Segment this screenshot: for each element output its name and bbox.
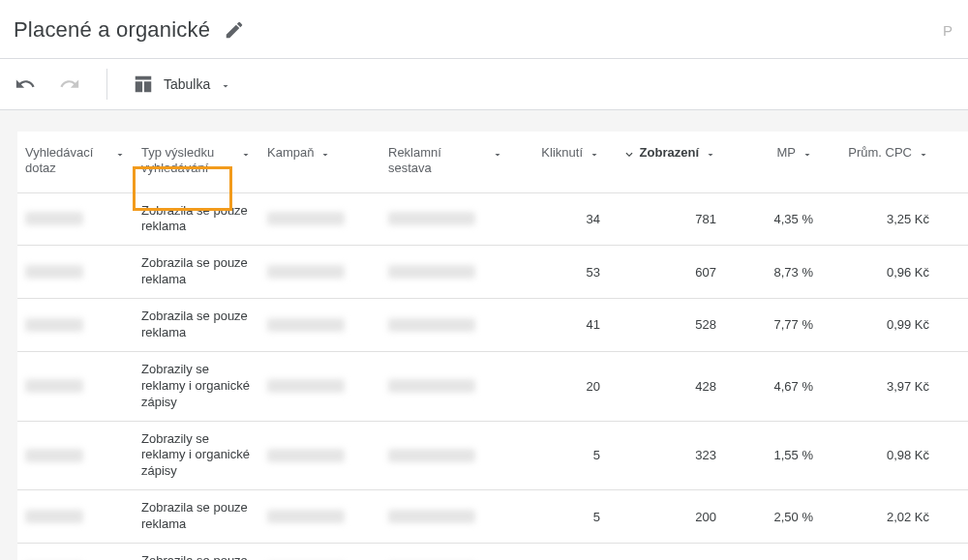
cell-adgroup — [380, 193, 511, 246]
cell-adgroup — [380, 299, 511, 351]
chevron-down-icon — [802, 147, 813, 159]
col-header-clicks[interactable]: Kliknutí — [511, 132, 608, 192]
table-row[interactable]: Zobrazila se pouze reklama415287,77 %0,9… — [17, 299, 968, 352]
cell-campaign — [259, 544, 380, 560]
cell-search-query — [17, 299, 134, 351]
cell-campaign — [259, 422, 380, 490]
cell-search-query — [17, 490, 134, 543]
col-header-mp[interactable]: MP — [724, 132, 821, 192]
cell-result-type: Zobrazila se pouze reklama — [134, 299, 259, 351]
cell-search-query — [17, 352, 134, 421]
content-surface: Vyhledávací dotaz Typ výsledku vyhledává… — [0, 110, 968, 560]
cell-avg-cpc: 0,98 Kč — [821, 422, 937, 490]
cell-mp: 1,55 % — [724, 422, 821, 490]
cell-adgroup — [380, 422, 511, 490]
cell-mp: 1,10 % — [724, 544, 821, 560]
cell-campaign — [259, 246, 380, 298]
cell-impressions: 182 — [608, 544, 724, 560]
cell-search-query — [17, 544, 134, 560]
cell-search-query — [17, 193, 134, 246]
cell-clicks: 5 — [511, 422, 608, 490]
cell-impressions: 528 — [608, 299, 724, 351]
chevron-down-icon — [319, 147, 331, 159]
col-header-avg-cpc[interactable]: Prům. CPC — [821, 132, 937, 192]
col-header-search-query[interactable]: Vyhledávací dotaz — [17, 132, 134, 192]
edit-icon[interactable] — [224, 19, 245, 41]
cell-mp: 4,35 % — [724, 193, 821, 246]
cell-result-type: Zobrazily se reklamy i organické zápisy — [134, 352, 259, 421]
cell-clicks: 2 — [511, 544, 608, 560]
cell-impressions: 607 — [608, 246, 724, 298]
cell-adgroup — [380, 246, 511, 298]
arrow-down-icon — [622, 146, 636, 160]
col-header-result-type[interactable]: Typ výsledku vyhledávání — [134, 132, 259, 192]
chevron-down-icon — [705, 147, 716, 159]
page-header: Placené a organické P — [0, 0, 968, 58]
page-title: Placené a organické — [14, 17, 210, 43]
undo-icon[interactable] — [14, 73, 37, 96]
view-selector-label: Tabulka — [164, 76, 210, 92]
table-icon — [133, 74, 154, 95]
cell-clicks: 53 — [511, 246, 608, 298]
cell-clicks: 41 — [511, 299, 608, 351]
header-right-initial: P — [943, 22, 954, 39]
col-header-impressions[interactable]: Zobrazení — [608, 132, 724, 192]
cell-result-type: Zobrazila se pouze reklama — [134, 490, 259, 543]
cell-mp: 8,73 % — [724, 246, 821, 298]
cell-result-type: Zobrazila se pouze reklama — [134, 246, 259, 298]
cell-adgroup — [380, 490, 511, 543]
cell-campaign — [259, 299, 380, 351]
cell-avg-cpc: 0,96 Kč — [821, 246, 937, 298]
cell-impressions: 200 — [608, 490, 724, 543]
toolbar: Tabulka — [0, 58, 968, 110]
cell-impressions: 781 — [608, 193, 724, 246]
cell-adgroup — [380, 352, 511, 421]
chevron-down-icon — [114, 147, 126, 159]
table-row[interactable]: Zobrazila se pouze reklama536078,73 %0,9… — [17, 246, 968, 299]
table-row[interactable]: Zobrazila se pouze reklama52002,50 %2,02… — [17, 490, 968, 544]
divider — [106, 69, 107, 100]
cell-impressions: 323 — [608, 422, 724, 490]
chevron-down-icon — [240, 147, 252, 159]
table-row[interactable]: Zobrazila se pouze reklama21821,10 %1,90… — [17, 544, 968, 560]
cell-clicks: 5 — [511, 490, 608, 543]
col-header-campaign[interactable]: Kampaň — [259, 132, 380, 192]
cell-clicks: 34 — [511, 193, 608, 246]
chevron-down-icon — [918, 147, 929, 159]
cell-mp: 4,67 % — [724, 352, 821, 421]
cell-campaign — [259, 490, 380, 543]
cell-avg-cpc: 2,02 Kč — [821, 490, 937, 543]
table-header-row: Vyhledávací dotaz Typ výsledku vyhledává… — [17, 132, 968, 193]
chevron-down-icon — [492, 147, 503, 159]
cell-result-type: Zobrazila se pouze reklama — [134, 193, 259, 246]
report-table: Vyhledávací dotaz Typ výsledku vyhledává… — [17, 132, 968, 560]
cell-search-query — [17, 246, 134, 298]
cell-avg-cpc: 1,90 Kč — [821, 544, 937, 560]
table-row[interactable]: Zobrazily se reklamy i organické zápisy2… — [17, 352, 968, 422]
redo-icon[interactable] — [58, 73, 81, 96]
cell-avg-cpc: 3,25 Kč — [821, 193, 937, 246]
cell-campaign — [259, 193, 380, 246]
table-row[interactable]: Zobrazila se pouze reklama347814,35 %3,2… — [17, 193, 968, 247]
chevron-down-icon — [589, 147, 600, 159]
cell-avg-cpc: 0,99 Kč — [821, 299, 937, 351]
cell-mp: 7,77 % — [724, 299, 821, 351]
cell-mp: 2,50 % — [724, 490, 821, 543]
cell-adgroup — [380, 544, 511, 560]
cell-result-type: Zobrazila se pouze reklama — [134, 544, 259, 560]
cell-avg-cpc: 3,97 Kč — [821, 352, 937, 421]
cell-clicks: 20 — [511, 352, 608, 421]
col-header-adgroup[interactable]: Reklamní sestava — [380, 132, 511, 192]
cell-campaign — [259, 352, 380, 421]
cell-search-query — [17, 422, 134, 490]
cell-impressions: 428 — [608, 352, 724, 421]
view-selector[interactable]: Tabulka — [133, 74, 231, 95]
table-row[interactable]: Zobrazily se reklamy i organické zápisy5… — [17, 422, 968, 491]
cell-result-type: Zobrazily se reklamy i organické zápisy — [134, 422, 259, 490]
chevron-down-icon — [220, 78, 231, 90]
table-body: Zobrazila se pouze reklama347814,35 %3,2… — [17, 193, 968, 561]
